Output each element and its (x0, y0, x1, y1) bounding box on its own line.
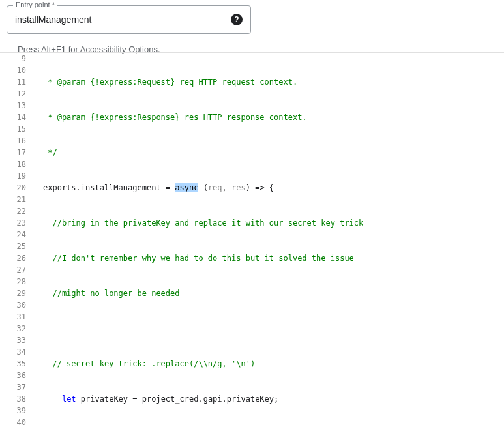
line-number: 24 (0, 229, 38, 241)
line-number: 22 (0, 205, 38, 217)
code-token: , (222, 183, 231, 192)
line-number: 21 (0, 194, 38, 205)
line-number: 15 (0, 123, 38, 135)
line-number: 12 (0, 88, 38, 100)
help-icon[interactable]: ? (231, 14, 243, 25)
line-number: 18 (0, 158, 38, 170)
code-token: * @param {!express:Request} req HTTP req… (43, 78, 297, 87)
line-number: 23 (0, 217, 38, 229)
line-number: 14 (0, 111, 38, 123)
line-number: 36 (0, 370, 38, 381)
line-number: 35 (0, 358, 38, 370)
line-number: 11 (0, 76, 38, 88)
line-number: 10 (0, 65, 38, 76)
line-number: 13 (0, 100, 38, 111)
line-number: 27 (0, 264, 38, 276)
line-number: 31 (0, 311, 38, 323)
code-token: //might no longer be needed (43, 289, 180, 298)
entry-point-input[interactable] (15, 14, 226, 25)
entry-point-field: Entry point * ? (7, 5, 251, 34)
line-number: 9 (0, 53, 38, 65)
line-number: 38 (0, 393, 38, 405)
code-token: let (62, 394, 76, 404)
code-token: //I don't remember why we had to do this… (43, 254, 354, 263)
code-token: privateKey = project_cred.gapi.privateKe… (76, 394, 279, 404)
line-number: 33 (0, 334, 38, 346)
code-content[interactable]: * @param {!express:Request} req HTTP req… (38, 53, 504, 429)
selection-async: async (175, 183, 198, 192)
code-editor[interactable]: 9101112131415161718192021222324252627282… (0, 52, 504, 429)
line-number: 30 (0, 299, 38, 311)
line-number: 26 (0, 252, 38, 264)
code-token: ) => { (246, 183, 274, 192)
code-token: exports.installManagement = (43, 183, 175, 192)
line-number: 19 (0, 170, 38, 182)
line-number: 17 (0, 147, 38, 158)
line-number: 28 (0, 276, 38, 288)
code-token (43, 394, 62, 404)
line-number: 32 (0, 323, 38, 334)
line-number: 34 (0, 346, 38, 358)
code-token: req (208, 183, 222, 192)
code-token: * @param {!express:Response} res HTTP re… (43, 113, 307, 122)
line-gutter: 9101112131415161718192021222324252627282… (0, 53, 38, 429)
line-number: 20 (0, 182, 38, 194)
entry-point-label: Entry point * (13, 1, 57, 8)
line-number: 40 (0, 417, 38, 428)
code-token: // secret key trick: .replace(/\\n/g, '\… (43, 359, 255, 368)
code-token: */ (43, 148, 57, 157)
line-number: 16 (0, 135, 38, 147)
code-token: //bring in the privateKey and replace it… (43, 218, 363, 228)
entry-point-box: ? (7, 5, 251, 34)
line-number: 39 (0, 405, 38, 417)
code-token: res (231, 183, 246, 192)
code-token: ( (198, 183, 207, 192)
line-number: 29 (0, 288, 38, 299)
line-number: 37 (0, 381, 38, 393)
line-number: 25 (0, 241, 38, 252)
